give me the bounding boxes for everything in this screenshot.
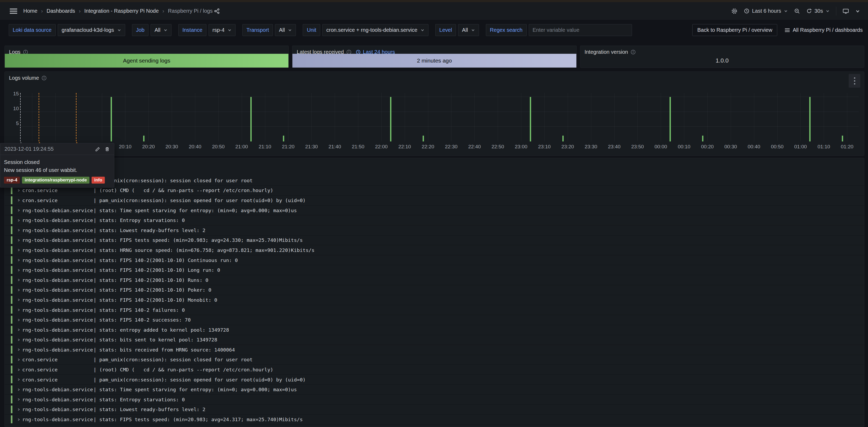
expand-chevron-icon[interactable] [17,268,20,272]
volume-bar[interactable] [670,97,671,141]
log-row[interactable]: rng-tools-debian.service| stats: FIPS 14… [5,315,864,325]
expand-chevron-icon[interactable] [17,199,20,202]
annotation-marker-line[interactable] [39,93,39,141]
log-row[interactable]: rng-tools-debian.service| stats: FIPS 14… [5,275,864,285]
log-row[interactable]: rng-tools-debian.service| stats: FIPS te… [5,415,864,425]
delete-annotation-icon[interactable] [104,146,110,152]
volume-bar[interactable] [390,97,392,141]
expand-chevron-icon[interactable] [17,398,20,401]
expand-chevron-icon[interactable] [17,388,20,391]
menu-icon[interactable] [8,6,19,16]
volume-bar[interactable] [143,136,145,141]
expand-chevron-icon[interactable] [17,249,20,252]
info-icon[interactable] [41,76,46,81]
settings-icon[interactable] [731,8,738,14]
volume-bar[interactable] [283,136,284,141]
time-range-picker[interactable]: Last 6 hours [744,8,788,14]
log-row[interactable]: rng-tools-debian.service| stats: Entropy… [5,215,864,225]
volume-bar[interactable] [702,136,704,141]
expand-chevron-icon[interactable] [17,219,20,222]
log-row[interactable]: cron.service| pam_unix(cron:session): se… [5,196,864,205]
log-row[interactable]: rng-tools-debian.service| stats: FIPS 14… [5,285,864,295]
log-row[interactable]: rng-tools-debian.service| stats: HRNG so… [5,245,864,255]
breadcrumb-item[interactable]: Home [23,8,37,14]
expand-chevron-icon[interactable] [17,238,20,242]
edit-annotation-icon[interactable] [95,146,100,152]
expand-chevron-icon[interactable] [17,209,20,212]
expand-chevron-icon[interactable] [17,338,20,341]
expand-chevron-icon[interactable] [17,189,20,192]
all-dashboards-link[interactable]: All Raspberry Pi / dashboards [785,27,863,33]
panel-menu-icon[interactable] [849,74,860,88]
expand-chevron-icon[interactable] [17,288,20,292]
variable-label[interactable]: Unit [303,24,320,36]
log-row[interactable]: rng-tools-debian.service| stats: bits se… [5,335,864,345]
log-row[interactable]: cron.service| (root) CMD ( cd / && run-p… [5,365,864,375]
expand-chevron-icon[interactable] [17,378,20,381]
back-to-overview-button[interactable]: Back to Raspberry Pi / overview [692,24,777,36]
variable-label[interactable]: Job [132,24,149,36]
volume-bar[interactable] [250,97,252,141]
volume-bar[interactable] [111,97,112,141]
expand-chevron-icon[interactable] [17,229,20,232]
expand-chevron-icon[interactable] [17,298,20,302]
annotation-marker-line[interactable] [76,93,76,141]
variable-value-dropdown[interactable]: grafanacloud-k3d-logs [58,24,125,36]
panel-title[interactable]: Logs volume [9,75,39,81]
variable-label[interactable]: Loki data source [9,24,56,36]
chevron-down-icon[interactable] [855,9,860,13]
expand-chevron-icon[interactable] [17,418,20,421]
log-row[interactable]: rng-tools-debian.service| stats: Entropy… [5,395,864,405]
volume-bar[interactable] [530,97,531,141]
variable-value-dropdown[interactable]: rsp-4 [209,24,236,36]
log-row[interactable]: rng-tools-debian.service| stats: entropy… [5,325,864,335]
log-row[interactable]: rng-tools-debian.service| stats: Lowest … [5,225,864,235]
chevron-down-icon [227,28,231,32]
variable-value-dropdown[interactable]: cron.service + rng-tools-debian.service [322,24,429,36]
annotation-marker-line[interactable] [20,93,21,141]
breadcrumb-item[interactable]: Integration - Raspberry Pi Node [85,8,159,14]
log-row[interactable]: rng-tools-debian.service| stats: FIPS 14… [5,295,864,305]
expand-chevron-icon[interactable] [17,358,20,361]
log-row[interactable]: rng-tools-debian.service| stats: bits re… [5,345,864,355]
regex-search-input[interactable] [529,24,632,36]
log-row[interactable]: cron.service| pam_unix(cron:session): se… [5,355,864,365]
variable-label[interactable]: Level [435,24,456,36]
log-row[interactable]: cron.service| pam_unix(cron:session): se… [5,375,864,385]
variable-value-dropdown[interactable]: All [275,24,296,36]
volume-bar[interactable] [562,136,564,141]
share-icon[interactable] [214,8,220,14]
log-row[interactable]: cron.service| pam_unix(cron:session): se… [5,176,864,186]
variable-value-dropdown[interactable]: All [151,24,172,36]
log-row[interactable]: rng-tools-debian.service| stats: FIPS 14… [5,305,864,315]
monitor-icon[interactable] [843,8,849,14]
log-row[interactable]: rng-tools-debian.service| stats: Lowest … [5,405,864,415]
log-message: | (root) CMD ( cd / && run-parts --repor… [93,367,273,372]
variable-value-dropdown[interactable]: All [458,24,479,36]
log-row[interactable]: cron.service| (root) CMD ( cd / && run-p… [5,186,864,196]
expand-chevron-icon[interactable] [17,308,20,312]
expand-chevron-icon[interactable] [17,318,20,321]
volume-bar[interactable] [842,136,843,141]
expand-chevron-icon[interactable] [17,259,20,262]
expand-chevron-icon[interactable] [17,278,20,282]
volume-bar[interactable] [423,136,424,141]
regex-search-label[interactable]: Regex search [486,24,526,36]
refresh-picker[interactable]: 30s [806,8,830,14]
log-row[interactable]: rng-tools-debian.service| stats: FIPS 14… [5,265,864,275]
expand-chevron-icon[interactable] [17,408,20,411]
breadcrumb-item[interactable]: Dashboards [46,8,75,14]
volume-bar[interactable] [809,97,811,141]
variable-value: All [279,27,285,33]
zoom-out-icon[interactable] [794,8,800,14]
variable-label[interactable]: Transport [242,24,273,36]
log-row[interactable]: rng-tools-debian.service| stats: Time sp… [5,205,864,216]
log-row[interactable]: rng-tools-debian.service| stats: Time sp… [5,385,864,395]
logs-volume-chart[interactable]: 5101519:3019:4019:5020:0020:1020:2020:30… [20,93,859,141]
log-row[interactable]: rng-tools-debian.service| stats: FIPS te… [5,235,864,246]
variable-label[interactable]: Instance [178,24,207,36]
log-row[interactable]: rng-tools-debian.service| stats: FIPS 14… [5,255,864,265]
expand-chevron-icon[interactable] [17,328,20,332]
expand-chevron-icon[interactable] [17,368,20,371]
expand-chevron-icon[interactable] [17,348,20,351]
